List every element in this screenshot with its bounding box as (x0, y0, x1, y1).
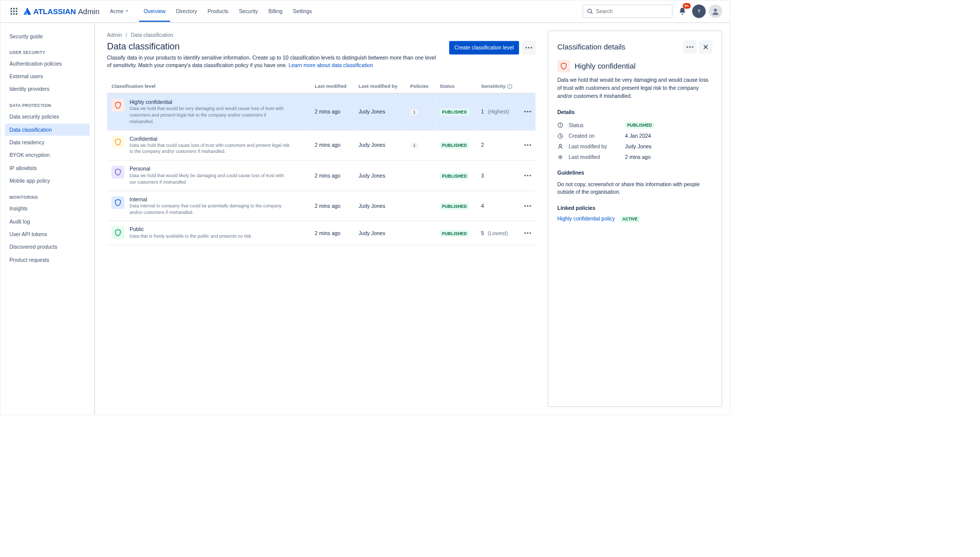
column-header: Policies (406, 80, 436, 93)
shield-icon (111, 227, 124, 239)
sidebar-item-product-requests[interactable]: Product requests (5, 254, 90, 266)
cell-policies (406, 191, 436, 221)
sidebar-item-discovered-products[interactable]: Discovered products (5, 241, 90, 253)
sidebar-item-ip-allowlists[interactable]: IP allowlists (5, 162, 90, 174)
sidebar-item-user-api-tokens[interactable]: User API tokens (5, 228, 90, 240)
svg-point-19 (560, 124, 561, 124)
table-row[interactable]: ConfidentialData we hold that could caus… (107, 130, 535, 160)
cell-modified: 2 mins ago (310, 221, 354, 245)
details-description: Data we hold that would be very damaging… (558, 76, 713, 100)
row-actions-button[interactable] (520, 93, 535, 130)
search-icon (587, 8, 593, 14)
level-name: Confidential (130, 136, 291, 142)
cell-policies (406, 160, 436, 191)
cell-status: PUBLISHED (435, 130, 476, 160)
details-close-button[interactable] (699, 40, 712, 54)
table-row[interactable]: InternalData internal to company that co… (107, 191, 535, 221)
column-header: Sensitivity (476, 80, 520, 93)
sidebar-item-authentication-policies[interactable]: Authentication policies (5, 58, 90, 70)
sidebar-item-audit-log[interactable]: Audit log (5, 215, 90, 228)
sidebar-group-title: MONITORING (5, 188, 90, 202)
search-input[interactable] (596, 8, 668, 14)
cell-status: PUBLISHED (435, 191, 476, 221)
more-icon (524, 175, 531, 176)
shield-icon (111, 136, 124, 148)
sidebar-item-data-residency[interactable]: Data residency (5, 136, 90, 148)
nav-tabs: OverviewDirectoryProductsSecurityBilling… (139, 2, 317, 21)
page-description: Classify data in your products to identi… (107, 54, 438, 69)
details-more-button[interactable] (683, 40, 697, 54)
table-row[interactable]: Highly confidentialData we hold that wou… (107, 93, 535, 130)
breadcrumb: Admin / Data classification (107, 32, 535, 38)
org-switcher[interactable]: Acme (106, 6, 133, 17)
level-description: Data internal to company that could be p… (130, 203, 291, 215)
cell-modified: 2 mins ago (310, 191, 354, 221)
create-classification-button[interactable]: Create classification level (449, 41, 519, 54)
logo-suffix: Admin (78, 7, 99, 16)
level-description: Data we hold that could cause loss of tr… (130, 142, 291, 155)
sidebar-item-mobile-app-policy[interactable]: Mobile app policy (5, 175, 90, 187)
detail-row-modified: Last modified 2 mins ago (558, 152, 713, 162)
cell-sensitivity: 2 (476, 130, 520, 160)
nav-tab-security[interactable]: Security (234, 2, 263, 21)
linked-policy-link[interactable]: Highly confidential policy (558, 216, 615, 222)
nav-tab-settings[interactable]: Settings (288, 2, 317, 21)
row-actions-button[interactable] (520, 160, 535, 191)
learn-more-link[interactable]: Learn more about data classification (288, 62, 373, 68)
cell-policies: 1 (406, 93, 436, 130)
guidelines-title: Guidelines (558, 170, 713, 176)
nav-tab-billing[interactable]: Billing (264, 2, 287, 21)
nav-tab-products[interactable]: Products (203, 2, 233, 21)
sidebar-item-insights[interactable]: Insights (5, 203, 90, 215)
breadcrumb-root[interactable]: Admin (107, 32, 122, 38)
level-name: Personal (130, 166, 291, 172)
row-actions-button[interactable] (520, 221, 535, 245)
cell-status: PUBLISHED (435, 93, 476, 130)
svg-rect-2 (16, 8, 17, 10)
cell-sensitivity: 1 (Highest) (476, 93, 520, 130)
sidebar-item-byok-encryption[interactable]: BYOK encryption (5, 149, 90, 161)
details-panel-title: Classification details (558, 43, 626, 51)
cell-sensitivity: 3 (476, 160, 520, 191)
cell-modified-by: Judy Jones (354, 160, 405, 191)
avatar-icon[interactable] (709, 5, 722, 18)
details-name: Highly confidential (575, 62, 636, 71)
notifications-icon[interactable]: 9+ (676, 5, 689, 18)
sidebar-security-guide[interactable]: Security guide (5, 30, 90, 42)
atlassian-logo[interactable]: ATLASSIAN Admin (23, 7, 99, 16)
nav-tab-directory[interactable]: Directory (171, 2, 202, 21)
sidebar-item-data-classification[interactable]: Data classification (5, 124, 90, 136)
row-actions-button[interactable] (520, 130, 535, 160)
sidebar-item-data-security-policies[interactable]: Data security policies (5, 111, 90, 123)
page-more-actions-button[interactable] (522, 41, 536, 54)
more-icon (524, 205, 531, 206)
details-panel: Classification details Highly confidenti… (547, 30, 722, 407)
sidebar-item-external-users[interactable]: External users (5, 70, 90, 82)
svg-rect-15 (509, 86, 510, 88)
app-switcher-icon[interactable] (8, 5, 20, 17)
cell-modified-by: Judy Jones (354, 130, 405, 160)
sidebar-item-identity-providers[interactable]: Identity providers (5, 83, 90, 95)
table-row[interactable]: PublicData that is freely available to t… (107, 221, 535, 245)
svg-rect-7 (13, 13, 15, 15)
shield-icon (111, 196, 124, 209)
svg-rect-4 (13, 11, 15, 12)
shield-icon (111, 166, 124, 179)
cell-policies (406, 221, 436, 245)
classification-table: Classification levelLast modifiedLast mo… (107, 80, 535, 245)
main-content: Admin / Data classification Data classif… (95, 23, 547, 414)
notification-badge: 9+ (683, 3, 691, 9)
search-box[interactable] (582, 5, 672, 18)
detail-row-created: Created on 4 Jan 2024 (558, 131, 713, 141)
svg-point-23 (560, 156, 561, 158)
svg-rect-20 (560, 125, 561, 126)
info-icon[interactable] (506, 83, 512, 89)
svg-rect-1 (13, 8, 15, 10)
table-row[interactable]: PersonalData we hold that would likely b… (107, 160, 535, 191)
row-actions-button[interactable] (520, 191, 535, 221)
svg-rect-6 (11, 13, 12, 15)
nav-tab-overview[interactable]: Overview (139, 2, 170, 21)
svg-rect-5 (16, 11, 17, 12)
help-icon[interactable]: ? (692, 5, 706, 18)
svg-point-22 (559, 144, 561, 146)
